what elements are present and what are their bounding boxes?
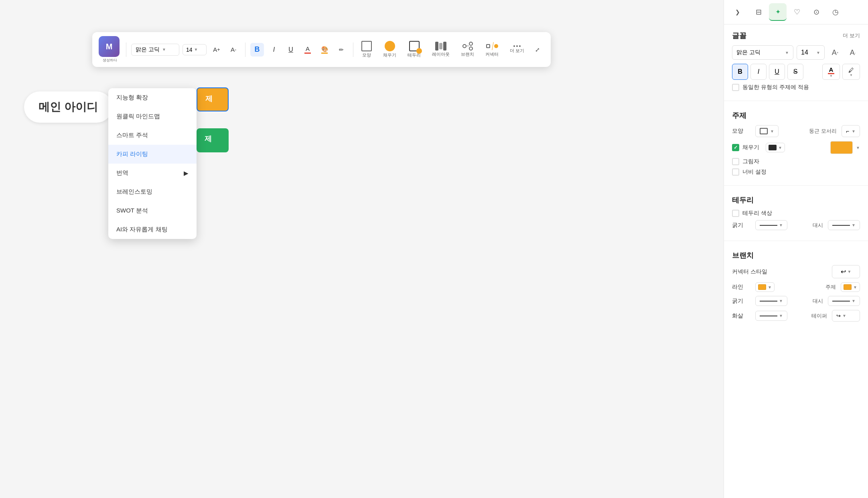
border-button[interactable]: 테두리: [404, 39, 424, 60]
shape-dropdown[interactable]: ▼: [755, 125, 779, 137]
bold-button[interactable]: B: [250, 43, 264, 57]
topic-color-dropdown[interactable]: ▼: [841, 282, 860, 292]
sidebar-icon-clock[interactable]: ◷: [827, 3, 844, 21]
divider-border-branch: [724, 241, 868, 241]
text-color-dropdown[interactable]: A ▼: [822, 64, 840, 80]
text-color-button[interactable]: A: [301, 43, 314, 57]
sidebar-icon-format[interactable]: ⊟: [750, 3, 767, 21]
taper-label: 테이퍼: [811, 312, 827, 320]
shape-button[interactable]: 모양: [358, 39, 375, 60]
versus-dropdown[interactable]: ▼: [828, 220, 860, 230]
fill-color-swatch[interactable]: [830, 141, 853, 154]
dropdown-item-copywriting[interactable]: 카피 라이팅: [108, 145, 197, 164]
thickness2-dropdown[interactable]: ▼: [755, 296, 787, 306]
highlight-color-dropdown[interactable]: 🖊 ▼: [842, 64, 860, 80]
branch-button[interactable]: 브랜치: [458, 40, 477, 59]
connector-style-label: 커넥터 스타일: [732, 268, 767, 275]
corner-dropdown[interactable]: ⌐ ▼: [842, 125, 860, 137]
italic-style-button[interactable]: I: [750, 64, 767, 80]
taper-dropdown[interactable]: ↪ ▼: [832, 310, 860, 322]
border-color-checkbox[interactable]: [732, 210, 739, 217]
font-increase-button[interactable]: A+: [210, 43, 223, 57]
chevron-icon: ▼: [785, 51, 789, 55]
chevron-icon12: ▼: [768, 285, 772, 289]
arrow-dropdown[interactable]: ▼: [755, 311, 787, 321]
eraser-button[interactable]: ✏: [335, 43, 348, 57]
fill-label: 채우기: [742, 144, 763, 151]
italic-button[interactable]: I: [267, 43, 281, 57]
logo-icon[interactable]: M: [99, 36, 120, 57]
orange-node[interactable]: 제: [197, 87, 229, 111]
sidebar-icon-target[interactable]: ⊙: [807, 3, 825, 21]
line-row: 라인 ▼ 주제 ▼: [732, 282, 860, 292]
same-type-checkbox[interactable]: [732, 84, 739, 91]
font-size-increase-button[interactable]: A+: [828, 45, 842, 60]
underline-style-button[interactable]: U: [769, 64, 785, 80]
fill-color-dropdown[interactable]: ▼: [766, 143, 785, 152]
expand-toolbar-button[interactable]: ⤢: [531, 43, 544, 57]
ai-dropdown-menu: 지능형 확장 원클릭 마인드맵 스마트 주석 카피 라이팅 번역 ▶ 브레인스토…: [108, 88, 197, 239]
arrow-row: 화살 ▼ 테이퍼 ↪ ▼: [732, 310, 860, 322]
connector-style-dropdown[interactable]: ↩ ▼: [832, 265, 860, 278]
more-toolbar-button[interactable]: 더 보기: [507, 44, 527, 55]
layout-button[interactable]: 레이아웃: [429, 40, 453, 59]
sidebar-icon-heart[interactable]: ♡: [788, 3, 806, 21]
fill-icon2: [385, 41, 395, 51]
topic-section-header: 주제: [732, 111, 860, 120]
branch-section: 브랜치 커넥터 스타일 ↩ ▼ 라인 ▼ 주제 ▼: [724, 244, 868, 329]
sidebar-collapse-button[interactable]: ❯: [729, 3, 746, 21]
divider-3: [353, 43, 353, 57]
corner-icon: ⌐: [846, 128, 849, 134]
dropdown-item-chat[interactable]: AI와 자유롭게 채팅: [108, 220, 197, 239]
text-a-icon: A: [829, 66, 834, 73]
dropdown-item-brainstorm[interactable]: 브레인스토밍: [108, 182, 197, 201]
font-section-title: 글꼴: [732, 31, 746, 40]
fill-color-button[interactable]: 🎨: [318, 43, 331, 57]
width-checkbox[interactable]: [732, 168, 739, 176]
sidebar-font-dropdown[interactable]: 맑은 고딕 ▼: [732, 45, 793, 60]
fill-checkbox[interactable]: ✓: [732, 144, 739, 151]
line-dash2-icon: [760, 301, 777, 302]
connector-button[interactable]: 커넥터: [482, 40, 502, 59]
font-size-dropdown[interactable]: 14 ▼: [183, 44, 207, 55]
curve-icon: ↩: [841, 268, 846, 275]
chevron-icon15: ▼: [852, 299, 856, 303]
corner-label: 둥근 모서리: [809, 128, 837, 135]
versus2-dash-icon: [832, 301, 850, 302]
shape-rect-icon: [760, 128, 768, 134]
chevron-icon10: ▼: [852, 223, 856, 227]
font-size-decrease-button[interactable]: A-: [846, 45, 860, 60]
chevron-icon11: ▼: [848, 269, 852, 274]
font-name-dropdown[interactable]: 맑은 고딕 ▼: [131, 44, 179, 56]
underline-button[interactable]: U: [284, 43, 298, 57]
versus2-dropdown[interactable]: ▼: [828, 296, 860, 306]
border-section: 테두리 테두리 색상 굵기 ▼ 대시 ▼: [724, 189, 868, 237]
thickness-row: 굵기 ▼ 대시 ▼: [732, 220, 860, 230]
line-dash-icon: [760, 225, 777, 226]
bold-style-button[interactable]: B: [732, 64, 748, 80]
shadow-checkbox[interactable]: [732, 158, 739, 165]
fill-button[interactable]: 채우기: [380, 39, 400, 60]
branch-icon: [462, 42, 473, 51]
same-type-label: 동일한 유형의 주제에 적용: [742, 84, 809, 91]
topic-color-swatch: [844, 284, 852, 290]
topic-section: 주제 모양 ▼ 둥근 모서리 ⌐ ▼ ✓ 채우기 ▼: [724, 104, 868, 182]
dropdown-item-swot[interactable]: SWOT 분석: [108, 201, 197, 220]
chevron-icon4: ▼: [850, 73, 853, 77]
dropdown-item-smart-note[interactable]: 스마트 주석: [108, 126, 197, 145]
strikethrough-style-button[interactable]: S: [787, 64, 803, 80]
sidebar-font-size-input[interactable]: 14 ▼: [797, 45, 825, 60]
arrow-right-icon: ▶: [184, 170, 189, 177]
sidebar-icon-ai[interactable]: ✦: [769, 3, 787, 21]
main-node[interactable]: 메인 아이디: [24, 91, 112, 123]
line-color-dropdown[interactable]: ▼: [755, 282, 775, 292]
shadow-label: 그림자: [742, 158, 759, 165]
dropdown-item-oneclick[interactable]: 원클릭 마인드맵: [108, 107, 197, 126]
font-decrease-button[interactable]: A-: [227, 43, 240, 57]
green-node[interactable]: 제: [197, 128, 229, 152]
line-label: 라인: [732, 283, 752, 291]
dropdown-item-translate[interactable]: 번역 ▶: [108, 164, 197, 182]
thickness-dropdown[interactable]: ▼: [755, 220, 787, 230]
font-more-link[interactable]: 더 보기: [843, 32, 860, 39]
dropdown-item-intelligent[interactable]: 지능형 확장: [108, 88, 197, 107]
